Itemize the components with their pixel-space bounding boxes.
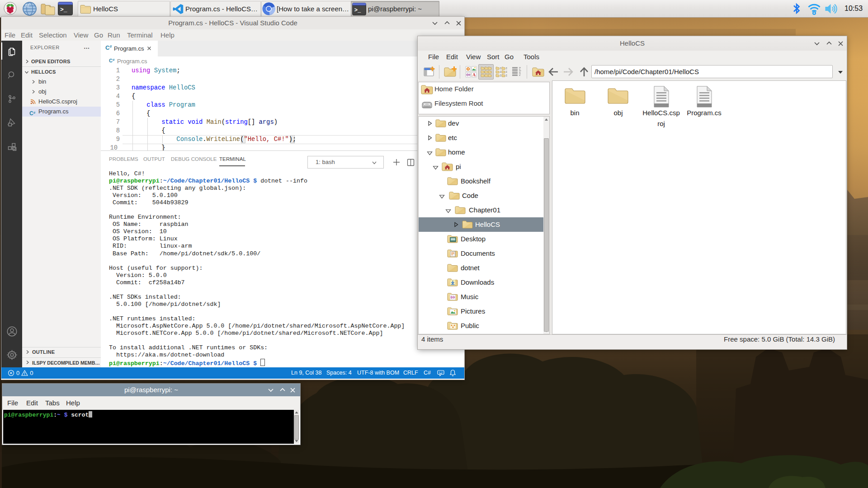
svg-text:A: A — [472, 72, 476, 77]
svg-text:>_: >_ — [60, 6, 67, 13]
svg-text:>_: >_ — [354, 7, 361, 13]
